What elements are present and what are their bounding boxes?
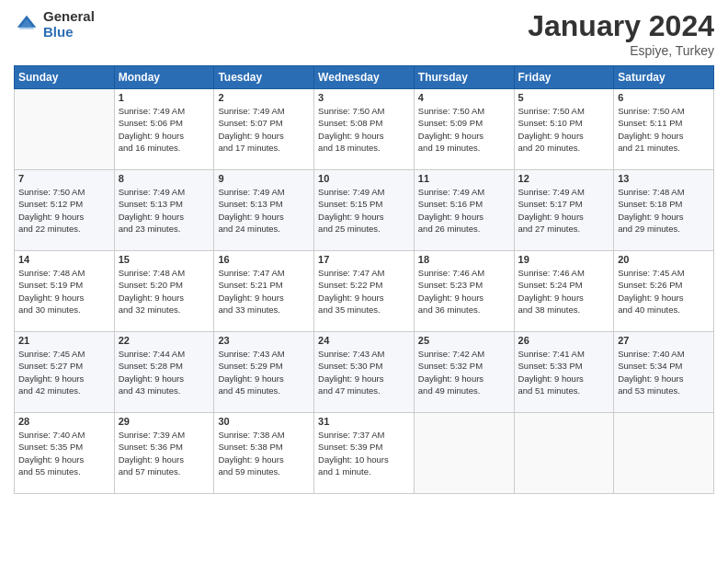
- day-number: 1: [119, 92, 210, 103]
- cell-info-line: Sunrise: 7:49 AM: [418, 186, 510, 198]
- cell-info-line: Daylight: 9 hours: [119, 130, 210, 142]
- calendar-cell: 30Sunrise: 7:38 AMSunset: 5:38 PMDayligh…: [214, 413, 314, 494]
- cell-info-line: Sunset: 5:33 PM: [518, 360, 610, 372]
- cell-info-line: Sunset: 5:12 PM: [18, 198, 110, 210]
- cell-info-line: and 23 minutes.: [119, 223, 210, 235]
- day-number: 29: [119, 416, 210, 427]
- calendar-cell: 3Sunrise: 7:50 AMSunset: 5:08 PMDaylight…: [314, 89, 415, 170]
- cell-info-line: and 57 minutes.: [119, 465, 210, 477]
- calendar-cell: 22Sunrise: 7:44 AMSunset: 5:28 PMDayligh…: [114, 332, 214, 413]
- calendar-cell: 24Sunrise: 7:43 AMSunset: 5:30 PMDayligh…: [314, 332, 415, 413]
- day-number: 15: [119, 254, 210, 265]
- calendar-cell: 9Sunrise: 7:49 AMSunset: 5:13 PMDaylight…: [214, 170, 314, 251]
- calendar-cell: 17Sunrise: 7:47 AMSunset: 5:22 PMDayligh…: [314, 251, 415, 332]
- day-number: 20: [618, 254, 710, 265]
- cell-info-line: Sunrise: 7:45 AM: [18, 348, 110, 360]
- calendar-cell: 23Sunrise: 7:43 AMSunset: 5:29 PMDayligh…: [214, 332, 314, 413]
- weekday-header-tuesday: Tuesday: [214, 66, 314, 89]
- day-number: 2: [218, 92, 310, 103]
- cell-info-line: Sunrise: 7:39 AM: [119, 429, 210, 441]
- cell-info-line: Sunrise: 7:43 AM: [218, 348, 310, 360]
- cell-info-line: Sunset: 5:26 PM: [618, 279, 710, 291]
- cell-info-line: Sunset: 5:30 PM: [318, 360, 410, 372]
- cell-info-line: Sunrise: 7:50 AM: [418, 105, 510, 117]
- cell-info-line: Sunset: 5:27 PM: [18, 360, 110, 372]
- day-number: 31: [318, 416, 410, 427]
- calendar-table: SundayMondayTuesdayWednesdayThursdayFrid…: [14, 65, 714, 494]
- day-number: 6: [618, 92, 710, 103]
- cell-info-line: and 30 minutes.: [18, 304, 110, 316]
- calendar-cell: 29Sunrise: 7:39 AMSunset: 5:36 PMDayligh…: [114, 413, 214, 494]
- day-number: 10: [318, 173, 410, 184]
- calendar-cell: 21Sunrise: 7:45 AMSunset: 5:27 PMDayligh…: [15, 332, 115, 413]
- cell-info-line: and 24 minutes.: [218, 223, 310, 235]
- cell-info-line: and 19 minutes.: [418, 142, 510, 154]
- day-number: 5: [518, 92, 610, 103]
- cell-info-line: Sunset: 5:24 PM: [518, 279, 610, 291]
- cell-info-line: Sunrise: 7:48 AM: [119, 267, 210, 279]
- day-number: 3: [318, 92, 410, 103]
- cell-info-line: Sunrise: 7:49 AM: [218, 186, 310, 198]
- cell-info-line: Sunset: 5:36 PM: [119, 441, 210, 453]
- day-number: 4: [418, 92, 510, 103]
- cell-info-line: Daylight: 9 hours: [318, 211, 410, 223]
- cell-info-line: and 18 minutes.: [318, 142, 410, 154]
- cell-info-line: and 42 minutes.: [18, 385, 110, 396]
- cell-info-line: and 22 minutes.: [18, 223, 110, 235]
- cell-info-line: Sunset: 5:17 PM: [518, 198, 610, 210]
- cell-info-line: Daylight: 9 hours: [518, 373, 610, 385]
- cell-info-line: Daylight: 9 hours: [418, 373, 510, 385]
- location: Espiye, Turkey: [528, 43, 714, 58]
- calendar-cell: 2Sunrise: 7:49 AMSunset: 5:07 PMDaylight…: [214, 89, 314, 170]
- logo-text: General Blue: [43, 9, 95, 40]
- weekday-header-saturday: Saturday: [614, 66, 714, 89]
- cell-info-line: Sunset: 5:21 PM: [218, 279, 310, 291]
- cell-info-line: Sunrise: 7:40 AM: [18, 429, 110, 441]
- day-number: 18: [418, 254, 510, 265]
- calendar-cell: 10Sunrise: 7:49 AMSunset: 5:15 PMDayligh…: [314, 170, 415, 251]
- calendar-cell: 8Sunrise: 7:49 AMSunset: 5:13 PMDaylight…: [114, 170, 214, 251]
- cell-info-line: Sunrise: 7:37 AM: [318, 429, 410, 441]
- cell-info-line: and 27 minutes.: [518, 223, 610, 235]
- cell-info-line: and 20 minutes.: [518, 142, 610, 154]
- cell-info-line: Sunset: 5:08 PM: [318, 117, 410, 129]
- day-number: 17: [318, 254, 410, 265]
- cell-info-line: Sunset: 5:39 PM: [318, 441, 410, 453]
- day-number: 23: [218, 335, 310, 346]
- cell-info-line: and 26 minutes.: [418, 223, 510, 235]
- cell-info-line: and 33 minutes.: [218, 304, 310, 316]
- calendar-cell: 14Sunrise: 7:48 AMSunset: 5:19 PMDayligh…: [15, 251, 115, 332]
- cell-info-line: Sunrise: 7:49 AM: [119, 186, 210, 198]
- calendar-cell: [15, 89, 115, 170]
- month-title: January 2024: [528, 9, 714, 43]
- cell-info-line: Daylight: 9 hours: [418, 130, 510, 142]
- cell-info-line: Sunset: 5:29 PM: [218, 360, 310, 372]
- cell-info-line: and 40 minutes.: [618, 304, 710, 316]
- cell-info-line: Sunrise: 7:45 AM: [618, 267, 710, 279]
- page-header: General Blue January 2024 Espiye, Turkey: [14, 9, 714, 58]
- cell-info-line: Sunset: 5:19 PM: [18, 279, 110, 291]
- weekday-header-thursday: Thursday: [414, 66, 514, 89]
- cell-info-line: Sunset: 5:34 PM: [618, 360, 710, 372]
- day-number: 11: [418, 173, 510, 184]
- cell-info-line: Sunset: 5:32 PM: [418, 360, 510, 372]
- cell-info-line: Sunset: 5:18 PM: [618, 198, 710, 210]
- calendar-cell: 28Sunrise: 7:40 AMSunset: 5:35 PMDayligh…: [15, 413, 115, 494]
- weekday-header-friday: Friday: [514, 66, 614, 89]
- week-row-1: 7Sunrise: 7:50 AMSunset: 5:12 PMDaylight…: [15, 170, 714, 251]
- cell-info-line: and 36 minutes.: [418, 304, 510, 316]
- cell-info-line: Sunrise: 7:42 AM: [418, 348, 510, 360]
- cell-info-line: Sunrise: 7:44 AM: [119, 348, 210, 360]
- cell-info-line: Daylight: 9 hours: [218, 211, 310, 223]
- cell-info-line: Sunset: 5:10 PM: [518, 117, 610, 129]
- cell-info-line: Sunset: 5:13 PM: [119, 198, 210, 210]
- day-number: 30: [218, 416, 310, 427]
- calendar-cell: 18Sunrise: 7:46 AMSunset: 5:23 PMDayligh…: [414, 251, 514, 332]
- weekday-header-monday: Monday: [114, 66, 214, 89]
- day-number: 16: [218, 254, 310, 265]
- cell-info-line: Daylight: 9 hours: [518, 292, 610, 304]
- calendar-cell: 19Sunrise: 7:46 AMSunset: 5:24 PMDayligh…: [514, 251, 614, 332]
- cell-info-line: Sunrise: 7:47 AM: [218, 267, 310, 279]
- cell-info-line: Sunset: 5:35 PM: [18, 441, 110, 453]
- cell-info-line: Sunrise: 7:49 AM: [518, 186, 610, 198]
